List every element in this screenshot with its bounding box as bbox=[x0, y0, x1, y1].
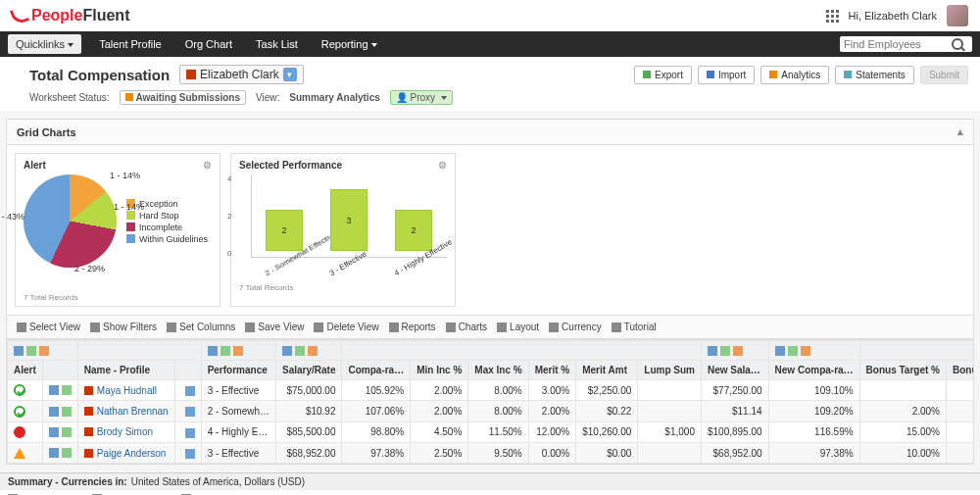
row-action-icons[interactable] bbox=[49, 385, 72, 395]
import-button[interactable]: Import bbox=[698, 66, 755, 84]
grid-icon-row bbox=[8, 341, 974, 361]
pie-graphic: 1 - 14% 1 - 14% 2 - 29% 3 - 43% bbox=[24, 174, 117, 268]
chevron-down-icon bbox=[441, 96, 447, 100]
proxy-button[interactable]: 👤 Proxy bbox=[390, 90, 453, 105]
layout-button[interactable]: Layout bbox=[497, 322, 539, 332]
chevron-down-icon bbox=[68, 43, 74, 47]
logo-part2: Fluent bbox=[82, 7, 129, 25]
page-title: Total Compensation bbox=[29, 67, 170, 83]
apps-grid-icon[interactable] bbox=[826, 10, 839, 23]
select-view-button[interactable]: Select View bbox=[17, 322, 80, 332]
org-icon bbox=[84, 449, 93, 458]
org-icon bbox=[84, 427, 93, 436]
employee-search[interactable] bbox=[840, 36, 972, 52]
status-label: Worksheet Status: bbox=[29, 92, 110, 103]
gear-icon[interactable]: ⚙ bbox=[203, 160, 212, 171]
profile-icon[interactable] bbox=[185, 428, 195, 438]
logo-part1: People bbox=[31, 7, 82, 25]
nav-talent-profile[interactable]: Talent Profile bbox=[87, 31, 173, 57]
header-actions: Export Import Analytics Statements Submi… bbox=[634, 66, 968, 84]
set-columns-button[interactable]: Set Columns bbox=[167, 322, 235, 332]
expand-icon[interactable]: ▾ bbox=[283, 68, 297, 81]
delete-view-button[interactable]: Delete View bbox=[314, 322, 378, 332]
quicklinks-menu[interactable]: Quicklinks bbox=[8, 34, 81, 54]
nav-org-chart[interactable]: Org Chart bbox=[173, 31, 244, 57]
employee-link[interactable]: Brody Simon bbox=[97, 426, 153, 437]
flag-icon bbox=[125, 93, 133, 101]
currency-button[interactable]: Currency bbox=[549, 322, 602, 332]
brand-bar: PeopleFluent Hi, Elizabeth Clark bbox=[0, 0, 980, 31]
nav-task-list[interactable]: Task List bbox=[244, 31, 310, 57]
view-label: View: bbox=[256, 92, 279, 103]
row-action-icons[interactable] bbox=[49, 448, 72, 458]
submit-button[interactable]: Submit bbox=[920, 66, 968, 84]
name-cell[interactable]: Brody Simon bbox=[84, 426, 169, 437]
main-nav: Quicklinks Talent Profile Org Chart Task… bbox=[0, 31, 980, 57]
reports-button[interactable]: Reports bbox=[389, 322, 436, 332]
name-cell[interactable]: Paige Anderson bbox=[84, 448, 169, 459]
table-row[interactable]: Paige Anderson3 - Effective$68,952.0097.… bbox=[8, 443, 974, 464]
analytics-icon bbox=[769, 71, 777, 78]
analytics-button[interactable]: Analytics bbox=[760, 66, 829, 84]
user-greeting: Hi, Elizabeth Clark bbox=[849, 10, 937, 22]
profile-icon[interactable] bbox=[185, 449, 195, 459]
compensation-grid[interactable]: AlertName - Profile PerformanceSalary/Ra… bbox=[7, 339, 973, 464]
grid-charts-section: Grid Charts ▴ Alert⚙ 1 - 14% 1 - 14% 2 -… bbox=[6, 119, 974, 465]
export-icon bbox=[643, 71, 651, 78]
chevron-down-icon bbox=[371, 43, 377, 47]
employee-link[interactable]: Nathan Brennan bbox=[97, 406, 169, 417]
collapse-icon[interactable]: ▴ bbox=[957, 125, 963, 138]
grid-toolbar: Select View Show Filters Set Columns Sav… bbox=[7, 315, 973, 339]
y-axis: 420 bbox=[227, 174, 231, 258]
view-value: Summary Analytics bbox=[289, 92, 379, 103]
grid-header-row: AlertName - Profile PerformanceSalary/Ra… bbox=[8, 361, 974, 380]
logo-swoosh-icon bbox=[10, 6, 30, 26]
table-row[interactable]: Brody Simon4 - Highly E…$85,500.0098.80%… bbox=[8, 421, 974, 442]
statements-icon bbox=[844, 71, 852, 78]
alert-stop-icon bbox=[14, 426, 25, 438]
performance-bar-chart: Selected Performance⚙ 420 22 - Somewhat … bbox=[230, 153, 456, 307]
page-header: Total Compensation Elizabeth Clark ▾ Exp… bbox=[0, 57, 980, 111]
employee-link[interactable]: Paige Anderson bbox=[97, 448, 167, 459]
alert-ok-icon bbox=[14, 406, 25, 418]
user-avatar[interactable] bbox=[947, 5, 968, 26]
summary-currency-bar: Summary - Currencies in:United States of… bbox=[0, 472, 980, 490]
person-name: Elizabeth Clark bbox=[200, 68, 279, 81]
pie-footer: 7 Total Records bbox=[24, 293, 212, 302]
person-selector[interactable]: Elizabeth Clark ▾ bbox=[179, 65, 304, 84]
summary-toolbar: Export to CSV Export to Excel Tutorial bbox=[0, 490, 980, 495]
employee-link[interactable]: Maya Hudnall bbox=[97, 385, 157, 396]
org-icon bbox=[84, 386, 93, 395]
search-icon[interactable] bbox=[952, 38, 963, 50]
nav-reporting[interactable]: Reporting bbox=[310, 31, 389, 57]
alert-ok-icon bbox=[14, 384, 25, 396]
show-filters-button[interactable]: Show Filters bbox=[90, 322, 157, 332]
org-icon bbox=[186, 70, 196, 79]
name-cell[interactable]: Maya Hudnall bbox=[84, 385, 169, 396]
alert-warn-icon bbox=[14, 448, 25, 459]
bar-graphic: 22 - Somewhat Effective 33 - Effective 2… bbox=[251, 174, 447, 258]
logo: PeopleFluent bbox=[12, 7, 129, 25]
row-action-icons[interactable] bbox=[49, 407, 72, 417]
org-icon bbox=[84, 407, 93, 416]
profile-icon[interactable] bbox=[185, 407, 195, 417]
import-icon bbox=[707, 71, 714, 78]
save-view-button[interactable]: Save View bbox=[245, 322, 304, 332]
table-row[interactable]: Maya Hudnall3 - Effective$75,000.00105.9… bbox=[8, 380, 974, 401]
gear-icon[interactable]: ⚙ bbox=[438, 160, 447, 171]
alert-pie-chart: Alert⚙ 1 - 14% 1 - 14% 2 - 29% 3 - 43% E… bbox=[15, 153, 220, 307]
tutorial-button[interactable]: Tutorial bbox=[612, 322, 657, 332]
table-row[interactable]: Nathan Brennan2 - Somewh…$10.92107.06%2.… bbox=[8, 401, 974, 421]
grid-charts-header[interactable]: Grid Charts ▴ bbox=[7, 120, 973, 145]
row-action-icons[interactable] bbox=[49, 427, 72, 437]
bar-footer: 7 Total Records bbox=[239, 283, 447, 292]
name-cell[interactable]: Nathan Brennan bbox=[84, 406, 169, 417]
col-mini-icons[interactable] bbox=[14, 346, 72, 356]
charts-button[interactable]: Charts bbox=[446, 322, 487, 332]
profile-icon[interactable] bbox=[185, 386, 195, 396]
status-badge: Awaiting Submissions bbox=[120, 90, 247, 105]
export-button[interactable]: Export bbox=[634, 66, 692, 84]
search-input[interactable] bbox=[844, 38, 952, 50]
user-block: Hi, Elizabeth Clark bbox=[826, 5, 968, 26]
statements-button[interactable]: Statements bbox=[835, 66, 914, 84]
